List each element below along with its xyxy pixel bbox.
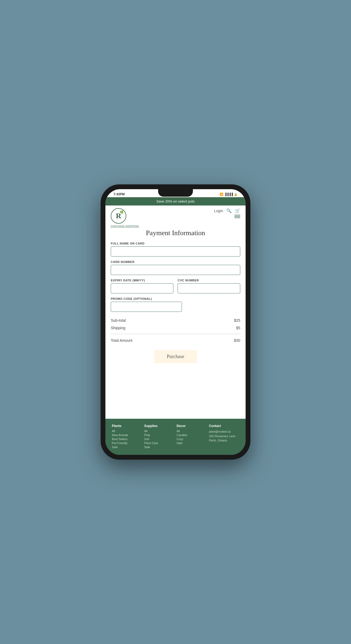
order-summary: Sub-total $25 Shipping $5 Total Amount $…	[111, 317, 240, 345]
promo-group: PROMO CODE (optional)	[111, 297, 240, 312]
footer-col-decor: Decor All Candles Cozy Sale	[177, 424, 207, 449]
cvc-input[interactable]	[178, 283, 240, 293]
footer-contact-email: plant@rooted.ca	[209, 429, 239, 434]
footer-decor-candles[interactable]: Candles	[177, 433, 207, 437]
total-row: Total Amount $30	[111, 336, 240, 345]
wifi-icon: 📶	[220, 193, 223, 196]
hamburger-menu[interactable]	[234, 215, 240, 218]
footer-plants-best-sellers[interactable]: Best Sellers	[112, 437, 142, 441]
logo-leaf-icon: 🌿	[120, 210, 124, 214]
footer-col-contact-title: Contact	[209, 424, 239, 428]
total-value: $30	[234, 338, 240, 343]
footer-supplies-all[interactable]: All	[144, 429, 174, 433]
page-title: Payment Information	[111, 229, 240, 237]
login-link[interactable]: Login	[214, 209, 223, 213]
hamburger-line-3	[234, 218, 240, 218]
summary-divider	[111, 334, 240, 334]
expiry-cvc-row: EXPIRY DATE (MM/YY) CVC NUMBER	[111, 279, 240, 297]
battery-icon: 🔒	[234, 193, 238, 196]
shipping-label: Shipping	[111, 326, 125, 330]
expiry-group: EXPIRY DATE (MM/YY)	[111, 279, 173, 293]
footer-decor-sale[interactable]: Sale	[177, 441, 207, 445]
logo-area: R 🌿 CONTINUE SHOPPING	[111, 208, 139, 227]
purchase-button[interactable]: Purchase	[154, 350, 197, 363]
full-name-label: FULL NAME ON CARD	[111, 242, 240, 245]
card-number-group: CARD NUMBER	[111, 260, 240, 275]
status-time: 7:43PM	[113, 192, 125, 196]
subtotal-value: $25	[234, 318, 240, 323]
footer-decor-all[interactable]: All	[177, 429, 207, 433]
total-label: Total Amount	[111, 338, 132, 343]
signal-icon: ▐▐▐▐	[224, 193, 233, 196]
continue-shopping-link[interactable]: CONTINUE SHOPPING	[111, 225, 139, 227]
cvc-label: CVC NUMBER	[178, 279, 240, 282]
promo-banner-text: Save 20% on select pots	[156, 199, 194, 203]
expiry-label: EXPIRY DATE (MM/YY)	[111, 279, 173, 282]
header-actions: Login 🔍 🛒	[214, 208, 240, 218]
phone-notch	[158, 189, 193, 197]
footer-contact-address: 165 Rosemary LanePerth, Ontario	[209, 434, 239, 443]
shipping-row: Shipping $5	[111, 324, 240, 332]
cvc-group: CVC NUMBER	[178, 279, 240, 293]
footer: Plants All New Arrivals Best Sellers Pet…	[105, 419, 246, 455]
footer-plants-all[interactable]: All	[112, 429, 142, 433]
status-icons: 📶 ▐▐▐▐ 🔒	[220, 193, 238, 196]
footer-columns: Plants All New Arrivals Best Sellers Pet…	[112, 424, 239, 449]
footer-plants-new-arrivals[interactable]: New Arrivals	[112, 433, 142, 437]
footer-plants-sale[interactable]: Sale	[112, 445, 142, 449]
shipping-value: $5	[236, 326, 240, 330]
footer-supplies-plant-care[interactable]: Plant Care	[144, 441, 174, 445]
footer-col-plants: Plants All New Arrivals Best Sellers Pet…	[112, 424, 142, 449]
promo-banner: Save 20% on select pots	[105, 197, 246, 205]
footer-supplies-sale[interactable]: Sale	[144, 445, 174, 449]
full-name-input[interactable]	[111, 246, 240, 257]
subtotal-label: Sub-total	[111, 318, 126, 323]
footer-col-supplies: Supplies All Pots Soil Plant Care Sale	[144, 424, 174, 449]
footer-supplies-pots[interactable]: Pots	[144, 433, 174, 437]
phone-frame: 7:43PM 📶 ▐▐▐▐ 🔒 Save 20% on select pots …	[101, 184, 250, 460]
hamburger-line-2	[234, 216, 240, 217]
footer-col-decor-title: Decor	[177, 424, 207, 428]
search-icon[interactable]: 🔍	[226, 208, 232, 213]
card-number-input[interactable]	[111, 265, 240, 275]
expiry-input[interactable]	[111, 283, 173, 293]
footer-decor-cozy[interactable]: Cozy	[177, 437, 207, 441]
subtotal-row: Sub-total $25	[111, 317, 240, 324]
promo-label: PROMO CODE (optional)	[111, 297, 240, 300]
phone-screen: 7:43PM 📶 ▐▐▐▐ 🔒 Save 20% on select pots …	[105, 189, 246, 455]
footer-supplies-soil[interactable]: Soil	[144, 437, 174, 441]
card-number-label: CARD NUMBER	[111, 260, 240, 263]
header: R 🌿 CONTINUE SHOPPING Login 🔍 🛒	[105, 205, 246, 229]
cart-icon[interactable]: 🛒	[235, 208, 240, 213]
logo-circle: R 🌿	[111, 208, 126, 224]
promo-input[interactable]	[111, 302, 182, 312]
footer-col-contact: Contact plant@rooted.ca 165 Rosemary Lan…	[209, 424, 239, 449]
header-top-actions: Login 🔍 🛒	[214, 208, 240, 213]
main-content: Payment Information FULL NAME ON CARD CA…	[105, 229, 246, 419]
full-name-group: FULL NAME ON CARD	[111, 242, 240, 257]
hamburger-line-1	[234, 215, 240, 215]
footer-col-plants-title: Plants	[112, 424, 142, 428]
footer-col-supplies-title: Supplies	[144, 424, 174, 428]
footer-plants-pet-friendly[interactable]: Pet Friendly	[112, 441, 142, 445]
